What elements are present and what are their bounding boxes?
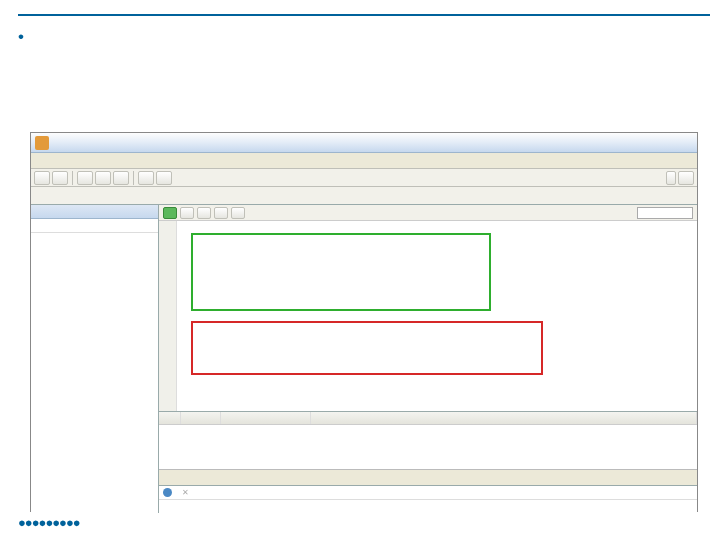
editor-tabstrip[interactable] [31,187,697,205]
toad-explorer-panel [31,205,159,513]
main-toolbar[interactable] [31,169,697,187]
app-window: ✕ [30,132,698,512]
explorer-tree[interactable] [31,233,158,513]
explorer-filter-input[interactable] [31,219,158,233]
sql-editor[interactable] [159,221,697,411]
toolbar-sep [72,171,73,185]
toolbar-run[interactable] [77,171,93,185]
col-query[interactable] [311,412,697,424]
explain-button[interactable] [214,207,228,219]
stop-button[interactable] [180,207,194,219]
editor-toolbar[interactable] [159,205,697,221]
perspective-toggle[interactable] [678,171,694,185]
col-id[interactable] [159,412,181,424]
toolbar-back[interactable] [138,171,154,185]
footer-panel: ✕ [159,485,697,513]
explorer-header[interactable] [31,205,158,219]
col-parent[interactable] [181,412,221,424]
editor-area: ✕ [159,205,697,513]
quest-logo: ●●●●●●●●● [18,516,80,538]
run-sql-button[interactable] [163,207,177,219]
window-titlebar[interactable] [31,133,697,153]
results-grid[interactable] [159,411,697,469]
toad-icon [35,136,49,150]
annot-hive-box [191,233,491,311]
annot-oracle-box [191,321,543,375]
export-button[interactable] [231,207,245,219]
datasource-select[interactable] [637,207,693,219]
close-icon[interactable]: ✕ [182,488,189,497]
menu-bar[interactable] [31,153,697,169]
toolbar-sep [133,171,134,185]
toolbar-save[interactable] [52,171,68,185]
globe-icon [163,488,172,497]
team-sync-button[interactable] [666,171,676,185]
toolbar-search[interactable] [113,171,129,185]
slide-top-rule [18,14,710,16]
toolbar-debug[interactable] [95,171,111,185]
format-button[interactable] [197,207,211,219]
bullet-line-1 [18,26,728,49]
line-gutter [159,221,177,411]
bottom-tabstrip[interactable] [159,469,697,485]
col-operation[interactable] [221,412,311,424]
toolbar-fwd[interactable] [156,171,172,185]
toolbar-new[interactable] [34,171,50,185]
url-bar[interactable] [159,500,697,512]
